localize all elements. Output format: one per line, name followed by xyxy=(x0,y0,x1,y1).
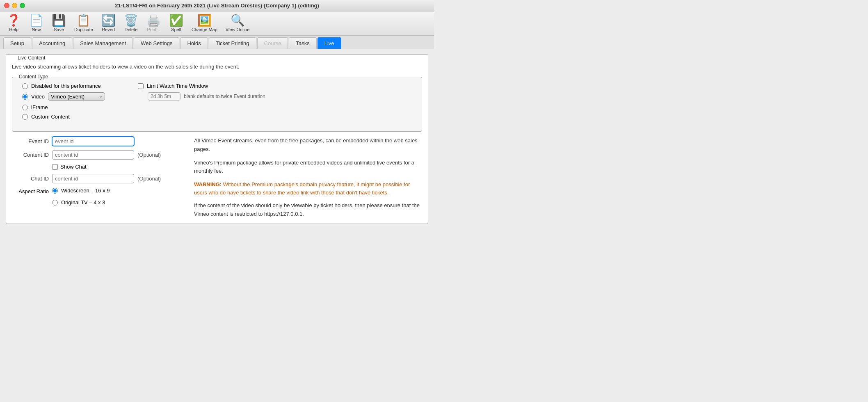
spell-button[interactable]: ✅ Spell xyxy=(166,13,187,34)
radio-video[interactable] xyxy=(22,94,28,100)
limit-watch-row: Limit Watch Time Window xyxy=(138,83,412,89)
save-button[interactable]: 💾 Save xyxy=(48,13,69,34)
revert-button[interactable]: 🔄 Revert xyxy=(98,13,119,34)
limit-watch-label: Limit Watch Time Window xyxy=(147,83,208,89)
aspect-options: Widescreen – 16 x 9 Original TV – 4 x 3 xyxy=(52,187,110,209)
form-and-info: Event ID Content ID (Optional) Show Chat… xyxy=(6,137,428,219)
live-content-section: Live Content Live video streaming allows… xyxy=(6,54,428,224)
show-chat-label: Show Chat xyxy=(60,164,87,170)
save-label: Save xyxy=(54,27,64,32)
limit-watch-checkbox[interactable] xyxy=(138,83,144,89)
content-id-optional: (Optional) xyxy=(137,152,161,158)
radio-custom-label: Custom Content xyxy=(31,114,70,120)
new-button[interactable]: 📄 New xyxy=(26,13,47,34)
warning-text: WARNING: Without the Premium package's d… xyxy=(194,180,422,196)
radio-video-label: Video xyxy=(31,94,45,100)
tab-websettings[interactable]: Web Settings xyxy=(134,37,179,49)
radio-row-iframe: iFrame xyxy=(22,104,105,110)
viewonline-button[interactable]: 🔍 View Online xyxy=(222,13,253,34)
chat-id-row: Chat ID (Optional) xyxy=(12,174,184,183)
changemap-button[interactable]: 🖼️ Change Map xyxy=(188,13,221,34)
aspect-original-row: Original TV – 4 x 3 xyxy=(52,199,110,206)
info-line3: If the content of the video should only … xyxy=(194,201,422,219)
maximize-button[interactable] xyxy=(20,3,25,8)
viewonline-label: View Online xyxy=(226,27,250,32)
delete-icon: 🗑️ xyxy=(124,15,138,26)
event-id-label: Event ID xyxy=(12,138,49,144)
content-type-fieldset: Content Type Disabled for this performan… xyxy=(12,74,422,132)
radio-widescreen[interactable] xyxy=(52,188,58,194)
radio-iframe-label: iFrame xyxy=(31,104,48,110)
content-id-row: Content ID (Optional) xyxy=(12,150,184,160)
time-window-input[interactable] xyxy=(148,92,180,100)
info-line1: All Vimeo Event streams, even from the f… xyxy=(194,137,422,154)
window-title: 21-LST/4-FRI on February 26th 2021 (Live… xyxy=(115,2,319,9)
chat-id-label: Chat ID xyxy=(12,176,49,182)
revert-icon: 🔄 xyxy=(101,15,116,26)
minimize-button[interactable] xyxy=(12,3,17,8)
changemap-icon: 🖼️ xyxy=(197,15,212,26)
info-line2: Vimeo's Premium package allows for priva… xyxy=(194,159,422,176)
content-type-legend: Content Type xyxy=(17,74,50,80)
event-id-input[interactable] xyxy=(52,137,134,146)
event-id-row: Event ID xyxy=(12,137,184,146)
revert-label: Revert xyxy=(102,27,115,32)
delete-label: Delete xyxy=(124,27,137,32)
radio-original[interactable] xyxy=(52,200,58,206)
warning-bold: WARNING: xyxy=(194,181,222,187)
radio-row-disabled: Disabled for this performance xyxy=(22,83,105,89)
content-type-left: Disabled for this performance Video Vime… xyxy=(22,83,105,123)
radio-custom[interactable] xyxy=(22,114,28,120)
delete-button[interactable]: 🗑️ Delete xyxy=(121,13,142,34)
help-icon: ❓ xyxy=(7,15,21,26)
tab-tasks[interactable]: Tasks xyxy=(289,37,316,49)
tab-ticketprinting[interactable]: Ticket Printing xyxy=(209,37,256,49)
viewonline-icon: 🔍 xyxy=(231,15,245,26)
form-left: Event ID Content ID (Optional) Show Chat… xyxy=(12,137,184,219)
chat-id-input[interactable] xyxy=(52,174,134,183)
tab-course[interactable]: Course xyxy=(257,37,288,49)
aspect-ratio-row: Aspect Ratio Widescreen – 16 x 9 Origina… xyxy=(12,187,184,209)
radio-original-label: Original TV – 4 x 3 xyxy=(61,199,105,206)
close-button[interactable] xyxy=(4,3,9,8)
tab-accounting[interactable]: Accounting xyxy=(32,37,72,49)
spell-label: Spell xyxy=(171,27,181,32)
warning-body: Without the Premium package's domain pri… xyxy=(194,181,410,196)
tab-salesmanagement[interactable]: Sales Management xyxy=(73,37,133,49)
show-chat-row: Show Chat xyxy=(52,164,184,170)
content-type-right: Limit Watch Time Window blank defaults t… xyxy=(138,83,412,123)
changemap-label: Change Map xyxy=(192,27,217,32)
help-button[interactable]: ❓ Help xyxy=(3,13,24,34)
radio-widescreen-label: Widescreen – 16 x 9 xyxy=(61,187,110,194)
tabs-bar: Setup Accounting Sales Management Web Se… xyxy=(0,36,434,49)
duplicate-button[interactable]: 📋 Duplicate xyxy=(71,13,96,34)
print-button[interactable]: 🖨️ Print... xyxy=(143,13,164,34)
video-type-select-wrapper: Vimeo (Event) Vimeo (Showcase) YouTube xyxy=(48,92,105,101)
radio-iframe[interactable] xyxy=(22,105,28,110)
chat-id-optional: (Optional) xyxy=(137,176,161,182)
main-content: Live Content Live video streaming allows… xyxy=(0,49,434,235)
window-controls[interactable] xyxy=(4,3,25,8)
radio-row-custom: Custom Content xyxy=(22,114,105,120)
live-content-description: Live video streaming allows ticket holde… xyxy=(12,64,422,70)
print-label: Print... xyxy=(147,27,160,32)
radio-row-video: Video Vimeo (Event) Vimeo (Showcase) You… xyxy=(22,92,105,101)
tab-setup[interactable]: Setup xyxy=(3,37,31,49)
radio-disabled[interactable] xyxy=(22,83,28,89)
content-id-label: Content ID xyxy=(12,152,49,158)
show-chat-checkbox[interactable] xyxy=(52,164,58,170)
save-icon: 💾 xyxy=(52,15,66,26)
tab-holds[interactable]: Holds xyxy=(180,37,208,49)
content-id-input[interactable] xyxy=(52,150,134,160)
aspect-ratio-label: Aspect Ratio xyxy=(12,187,49,194)
video-type-select[interactable]: Vimeo (Event) Vimeo (Showcase) YouTube xyxy=(48,92,105,101)
tab-live[interactable]: Live xyxy=(318,37,341,49)
new-icon: 📄 xyxy=(29,15,43,26)
new-label: New xyxy=(32,27,41,32)
duplicate-icon: 📋 xyxy=(76,15,91,26)
toolbar: ❓ Help 📄 New 💾 Save 📋 Duplicate 🔄 Revert… xyxy=(0,11,434,36)
aspect-widescreen-row: Widescreen – 16 x 9 xyxy=(52,187,110,194)
info-panel: All Vimeo Event streams, even from the f… xyxy=(194,137,422,219)
duplicate-label: Duplicate xyxy=(74,27,93,32)
live-content-legend: Live Content xyxy=(16,55,422,61)
